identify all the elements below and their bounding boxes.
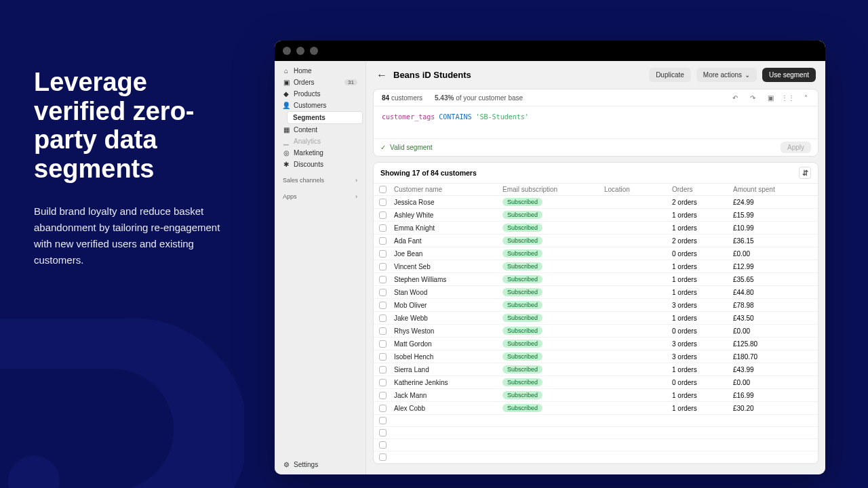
nav-discounts[interactable]: ✱ Discounts: [277, 159, 363, 170]
cell-email: Subscribed: [502, 224, 604, 232]
table-row[interactable]: Emma KnightSubscribed1 orders£10.99: [374, 222, 818, 235]
nav-segments[interactable]: Segments: [287, 111, 363, 124]
back-button[interactable]: ←: [376, 69, 388, 81]
table-row[interactable]: Mob OliverSubscribed3 orders£78.98: [374, 299, 818, 312]
svg-point-0: [8, 455, 60, 488]
traffic-light-close[interactable]: [283, 47, 291, 55]
cell-email: Subscribed: [502, 378, 604, 386]
query-editor[interactable]: customer_tags CONTAINS 'SB-Students': [374, 106, 818, 138]
row-checkbox[interactable]: [379, 441, 387, 449]
row-checkbox[interactable]: [379, 453, 387, 461]
nav-analytics-label: Analytics: [294, 138, 321, 145]
table-row[interactable]: Rhys WestonSubscribed0 orders£0.00: [374, 325, 818, 338]
person-icon: 👤: [283, 102, 290, 109]
nav-sales-channels[interactable]: Sales channels ›: [277, 174, 363, 186]
save-icon[interactable]: ▣: [766, 94, 774, 102]
table-row[interactable]: Jessica RoseSubscribed2 orders£24.99: [374, 196, 818, 209]
subscribed-badge: Subscribed: [502, 249, 542, 258]
row-checkbox[interactable]: [379, 405, 387, 412]
undo-icon[interactable]: ↶: [731, 94, 739, 102]
more-actions-button[interactable]: More actions ⌄: [696, 68, 757, 82]
subscribed-badge: Subscribed: [502, 365, 542, 373]
row-checkbox[interactable]: [379, 314, 387, 322]
table-row[interactable]: Ada FantSubscribed2 orders£36.15: [374, 235, 818, 247]
apply-button[interactable]: Apply: [781, 142, 811, 153]
nav-home[interactable]: ⌂ Home: [277, 65, 363, 77]
cell-name: Emma Knight: [394, 224, 502, 232]
row-checkbox[interactable]: [379, 302, 387, 309]
table-row[interactable]: Joe BeanSubscribed0 orders£0.00: [374, 247, 818, 260]
nav-settings[interactable]: ⚙ Settings: [277, 459, 363, 470]
table-row[interactable]: Isobel HenchSubscribed3 orders£180.70: [374, 350, 818, 363]
cell-amount: £43.99: [733, 366, 808, 373]
subscribed-badge: Subscribed: [502, 211, 542, 219]
table-row[interactable]: Matt GordonSubscribed3 orders£125.80: [374, 338, 818, 350]
customers-table: Showing 17 of 84 customers ⇵ Customer na…: [373, 162, 818, 464]
select-all-checkbox[interactable]: [379, 186, 387, 193]
sort-button[interactable]: ⇵: [799, 167, 811, 179]
table-row[interactable]: Stephen WilliamsSubscribed1 orders£35.65: [374, 273, 818, 286]
table-row[interactable]: Sierra LandSubscribed1 orders£43.99: [374, 363, 818, 376]
row-checkbox[interactable]: [379, 379, 387, 386]
row-checkbox[interactable]: [379, 263, 387, 270]
table-row[interactable]: Ashley WhiteSubscribed1 orders£15.99: [374, 209, 818, 222]
nav-customers[interactable]: 👤 Customers: [277, 100, 363, 111]
redo-icon[interactable]: ↷: [749, 94, 757, 102]
cell-email: Subscribed: [502, 365, 604, 373]
row-checkbox[interactable]: [379, 211, 387, 219]
row-checkbox[interactable]: [379, 429, 387, 436]
col-amount: Amount spent: [733, 186, 808, 193]
discount-icon: ✱: [283, 161, 290, 168]
duplicate-button[interactable]: Duplicate: [649, 68, 691, 82]
row-checkbox[interactable]: [379, 224, 387, 232]
chevron-right-icon: ›: [355, 177, 357, 184]
nav-settings-label: Settings: [294, 461, 318, 468]
cell-orders: 0 orders: [672, 379, 733, 386]
row-checkbox[interactable]: [379, 276, 387, 283]
cell-orders: 1 orders: [672, 224, 733, 232]
table-row[interactable]: Katherine JenkinsSubscribed0 orders£0.00: [374, 376, 818, 389]
use-segment-button[interactable]: Use segment: [762, 68, 816, 82]
cell-name: Matt Gordon: [394, 340, 502, 348]
row-checkbox[interactable]: [379, 392, 387, 399]
cell-name: Katherine Jenkins: [394, 379, 502, 386]
nav-analytics[interactable]: ▁ Analytics: [277, 136, 363, 147]
cell-name: Joe Bean: [394, 250, 502, 258]
cell-email: Subscribed: [502, 211, 604, 219]
table-row[interactable]: Stan WoodSubscribed1 orders£44.80: [374, 286, 818, 299]
table-row[interactable]: Alex CobbSubscribed1 orders£30.20: [374, 402, 818, 415]
nav-orders[interactable]: ▣ Orders 31: [277, 77, 363, 88]
traffic-light-minimize[interactable]: [296, 47, 304, 55]
row-checkbox[interactable]: [379, 237, 387, 245]
cell-orders: 1 orders: [672, 211, 733, 219]
customer-count: 84 customers: [382, 94, 422, 102]
table-row[interactable]: Vincent SebSubscribed1 orders£12.99: [374, 260, 818, 273]
nav-products[interactable]: ◆ Products: [277, 88, 363, 100]
row-checkbox[interactable]: [379, 327, 387, 335]
cell-name: Jake Webb: [394, 314, 502, 322]
cell-amount: £0.00: [733, 379, 808, 386]
subscribed-badge: Subscribed: [502, 391, 542, 399]
filter-icon[interactable]: ⋮⋮: [784, 94, 792, 102]
row-checkbox[interactable]: [379, 353, 387, 361]
row-checkbox[interactable]: [379, 250, 387, 258]
cell-amount: £12.99: [733, 263, 808, 270]
table-row[interactable]: Jack MannSubscribed1 orders£16.99: [374, 389, 818, 402]
nav-marketing[interactable]: ◎ Marketing: [277, 147, 363, 159]
nav-apps[interactable]: Apps ›: [277, 190, 363, 203]
table-row[interactable]: Jake WebbSubscribed1 orders£43.50: [374, 312, 818, 325]
nav-content[interactable]: ▦ Content: [277, 124, 363, 136]
row-checkbox[interactable]: [379, 289, 387, 296]
row-checkbox[interactable]: [379, 340, 387, 348]
collapse-icon[interactable]: ˄: [802, 94, 810, 102]
row-checkbox[interactable]: [379, 417, 387, 424]
cell-email: Subscribed: [502, 275, 604, 283]
home-icon: ⌂: [283, 68, 290, 75]
cell-email: Subscribed: [502, 404, 604, 412]
traffic-light-zoom[interactable]: [310, 47, 318, 55]
cell-amount: £35.65: [733, 276, 808, 283]
row-checkbox[interactable]: [379, 366, 387, 373]
cell-name: Alex Cobb: [394, 405, 502, 412]
cell-orders: 2 orders: [672, 237, 733, 245]
row-checkbox[interactable]: [379, 199, 387, 206]
